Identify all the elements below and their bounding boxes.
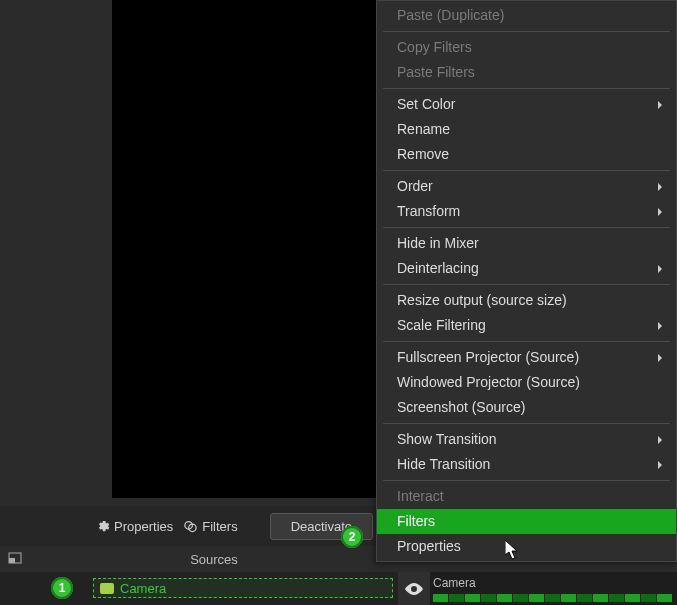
menu-transform[interactable]: Transform bbox=[377, 199, 676, 224]
menu-screenshot[interactable]: Screenshot (Source) bbox=[377, 395, 676, 420]
properties-button[interactable]: Properties bbox=[95, 519, 173, 534]
menu-separator bbox=[383, 88, 670, 89]
menu-copy-filters[interactable]: Copy Filters bbox=[377, 35, 676, 60]
menu-interact: Interact bbox=[377, 484, 676, 509]
menu-hide-transition[interactable]: Hide Transition bbox=[377, 452, 676, 477]
menu-separator bbox=[383, 284, 670, 285]
source-item-camera[interactable]: Camera bbox=[93, 578, 393, 598]
filters-icon bbox=[183, 519, 198, 534]
menu-properties[interactable]: Properties bbox=[377, 534, 676, 559]
step-badge-2: 2 bbox=[341, 526, 363, 548]
menu-paste-filters: Paste Filters bbox=[377, 60, 676, 85]
menu-show-transition[interactable]: Show Transition bbox=[377, 427, 676, 452]
menu-separator bbox=[383, 480, 670, 481]
dock-icon[interactable] bbox=[0, 552, 30, 567]
menu-separator bbox=[383, 170, 670, 171]
filters-label: Filters bbox=[202, 519, 237, 534]
menu-set-color[interactable]: Set Color bbox=[377, 92, 676, 117]
sources-panel-header: Sources bbox=[0, 546, 398, 572]
svg-rect-3 bbox=[9, 558, 15, 563]
visibility-toggle[interactable] bbox=[398, 572, 430, 605]
menu-separator bbox=[383, 227, 670, 228]
menu-separator bbox=[383, 423, 670, 424]
menu-rename[interactable]: Rename bbox=[377, 117, 676, 142]
menu-fullscreen-projector[interactable]: Fullscreen Projector (Source) bbox=[377, 345, 676, 370]
properties-label: Properties bbox=[114, 519, 173, 534]
eye-icon bbox=[405, 583, 423, 595]
menu-separator bbox=[383, 341, 670, 342]
sources-title: Sources bbox=[30, 552, 398, 567]
track-label: Camera bbox=[433, 576, 476, 590]
menu-separator bbox=[383, 31, 670, 32]
source-item-label: Camera bbox=[120, 581, 166, 596]
menu-resize-output[interactable]: Resize output (source size) bbox=[377, 288, 676, 313]
menu-scale-filtering[interactable]: Scale Filtering bbox=[377, 313, 676, 338]
filters-button[interactable]: Filters bbox=[183, 519, 237, 534]
menu-paste-duplicate: Paste (Duplicate) bbox=[377, 3, 676, 28]
gear-icon bbox=[95, 519, 110, 534]
context-menu: Paste (Duplicate) Copy Filters Paste Fil… bbox=[376, 0, 677, 562]
menu-deinterlacing[interactable]: Deinterlacing bbox=[377, 256, 676, 281]
menu-filters[interactable]: Filters bbox=[377, 509, 676, 534]
menu-windowed-projector[interactable]: Windowed Projector (Source) bbox=[377, 370, 676, 395]
menu-order[interactable]: Order bbox=[377, 174, 676, 199]
camera-icon bbox=[100, 583, 114, 594]
step-badge-1: 1 bbox=[51, 577, 73, 599]
menu-hide-in-mixer[interactable]: Hide in Mixer bbox=[377, 231, 676, 256]
menu-remove[interactable]: Remove bbox=[377, 142, 676, 167]
track-bar[interactable] bbox=[433, 594, 673, 602]
